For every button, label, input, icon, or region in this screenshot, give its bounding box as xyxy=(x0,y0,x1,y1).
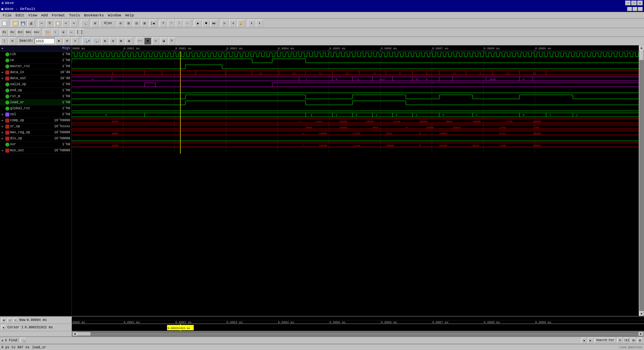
signal-row-load-sr[interactable]: load_sr 1'h0 xyxy=(0,100,71,106)
menu-bookmarks[interactable]: Bookmarks xyxy=(82,13,106,18)
waveform-area[interactable]: 0000 ms 0.0001 ms 0.0002 ms 0.0003 ms 0.… xyxy=(72,45,644,316)
vscrollbar[interactable]: ▲ ▼ xyxy=(639,45,644,316)
fmt-asc-btn[interactable]: Asc xyxy=(33,29,40,36)
waveform-signals[interactable]: 0 12... 12... 11... 11... (4... 0 3... (… xyxy=(72,51,644,154)
signal-down-btn[interactable]: ↓ xyxy=(184,20,191,27)
zoom-all-btn[interactable]: ⊠ xyxy=(125,37,133,45)
wave-export-btn[interactable]: ⬆ xyxy=(248,20,255,27)
hscroll-left-btn[interactable]: ◀ xyxy=(72,332,77,336)
signal-add-btn[interactable]: + xyxy=(160,20,167,27)
wave-close-button[interactable]: ✕ xyxy=(638,7,643,11)
zoom-region-btn[interactable]: ⊡ xyxy=(9,37,16,45)
nav-next-btn[interactable]: ▷ xyxy=(13,318,18,323)
cursor-nav-btn[interactable]: ▶ xyxy=(1,325,6,330)
signal-row-ce[interactable]: ce 1'h0 xyxy=(0,57,71,63)
search-options-btn[interactable]: ⚙ xyxy=(63,37,71,45)
menu-edit[interactable]: Edit xyxy=(13,13,26,18)
expand-sr-op[interactable]: ▶ xyxy=(0,125,5,128)
cut-btn[interactable]: ✂ xyxy=(38,20,45,27)
menu-view[interactable]: View xyxy=(26,13,39,18)
signal-row-mux-out[interactable]: ▶ mux_out 16'h0000 xyxy=(0,148,71,154)
signal-row-max-reg-op[interactable]: ▶ max_reg_op 16'h0000 xyxy=(0,130,71,136)
expand-max-reg-op[interactable]: ▶ xyxy=(0,131,5,134)
search-for-btn[interactable]: Search For xyxy=(595,338,616,343)
close-button[interactable]: ✕ xyxy=(637,1,643,5)
signal-row-clk[interactable]: clk 1'h0 xyxy=(0,51,71,57)
search-go-btn[interactable]: ▶ xyxy=(55,37,63,45)
search-opt-3[interactable]: ≫ xyxy=(631,338,636,343)
menu-add[interactable]: Add xyxy=(39,13,50,18)
sim-run-btn[interactable]: ▶ xyxy=(194,20,202,27)
copy-btn[interactable]: ⎘ xyxy=(46,20,53,27)
zoom-prev-btn[interactable]: ⊖ xyxy=(117,20,124,27)
wave-type-5-btn[interactable]: ⊓ xyxy=(168,37,175,45)
signal-up-btn[interactable]: ↑ xyxy=(176,20,183,27)
find-btn[interactable]: 🔍 xyxy=(81,20,88,27)
redo-btn[interactable]: ↷ xyxy=(70,20,77,27)
paste-btn[interactable]: 📋 xyxy=(54,20,61,27)
find-x-btn[interactable]: ✕ xyxy=(1,338,4,343)
signal-row-div-op[interactable]: ▶ div_op 16'h0000 xyxy=(0,136,71,142)
maximize-button[interactable]: □ xyxy=(631,1,637,5)
wave-type-1-btn[interactable]: ⌐¬ xyxy=(136,37,143,45)
search-clear-btn[interactable]: ✕ xyxy=(71,37,79,45)
expand-comp-op[interactable]: ▶ xyxy=(0,119,5,122)
menu-file[interactable]: File xyxy=(1,13,13,18)
wave-restore-button[interactable]: ❐ xyxy=(633,7,637,11)
style-btn[interactable]: ≋ xyxy=(60,29,67,36)
cursor1-btn[interactable]: ⊢ xyxy=(221,20,228,27)
fmt-dec-btn[interactable]: Dec xyxy=(25,29,32,36)
signal-row-valid-op[interactable]: valid_op 1'h0 xyxy=(0,81,71,88)
scroll-up-btn[interactable]: ▲ xyxy=(639,45,644,50)
expand-data-out[interactable]: ▶ xyxy=(0,77,5,80)
menu-tools[interactable]: Tools xyxy=(67,13,82,18)
fmt-oct-btn[interactable]: Oct xyxy=(17,29,24,36)
scroll-thumb-v[interactable] xyxy=(640,50,644,60)
wave-type-2-btn[interactable]: ■ xyxy=(144,37,151,45)
group-btn[interactable]: [ ] xyxy=(76,29,84,36)
wave-import-btn[interactable]: ⬇ xyxy=(256,20,263,27)
save-btn[interactable]: 💾 xyxy=(19,20,27,27)
signal-row-sel[interactable]: ▶ sel 2'h0 xyxy=(0,112,71,118)
menu-help[interactable]: Help xyxy=(123,13,136,18)
expand-collapse-all[interactable]: ▶ xyxy=(0,46,5,51)
hscroll-bar[interactable]: ◀ ▶ xyxy=(0,331,644,337)
cursor-mode-btn[interactable]: | xyxy=(1,37,8,45)
time-input-btn[interactable]: 4|us xyxy=(100,20,116,27)
zoom-fit-btn[interactable]: ⊠ xyxy=(141,20,148,27)
search-opt-1[interactable]: a xyxy=(617,338,623,343)
height-btn[interactable]: ↕ xyxy=(52,29,59,36)
signal-row-comp-op[interactable]: ▶ comp_op 16'h0000 xyxy=(0,118,71,124)
start-btn[interactable]: |◀ xyxy=(149,20,156,27)
fmt-binary-btn[interactable]: 01 xyxy=(1,29,8,36)
find-scroll-left[interactable]: ◀ xyxy=(581,338,587,343)
scroll-down-btn[interactable]: ▼ xyxy=(639,311,644,316)
signal-row-data-out[interactable]: ▶ data_out 16'd0 xyxy=(0,75,71,81)
signal-del-btn[interactable]: − xyxy=(168,20,175,27)
signal-row-master-rst[interactable]: master_rst 1'h0 xyxy=(0,63,71,69)
search-opt-4[interactable]: ⊠ xyxy=(637,338,643,343)
cursor-lock-btn[interactable]: 🔒 xyxy=(237,20,245,27)
search-opt-2[interactable]: (a) xyxy=(624,338,629,343)
new-btn[interactable]: 📄 xyxy=(1,20,8,27)
scroll-track[interactable] xyxy=(639,50,644,311)
signal-row-data-in[interactable]: ▶ data_in 16'd0 xyxy=(0,69,71,75)
expand-sel[interactable]: ▶ xyxy=(0,113,5,116)
minimize-button[interactable]: ─ xyxy=(625,1,631,5)
cursor-timeline-area[interactable]: 0.000251922 ms xyxy=(72,324,644,331)
find-scroll-right[interactable]: ▶ xyxy=(588,338,593,343)
zoom-in-2-btn[interactable]: 🔍+ xyxy=(82,37,91,45)
undo-btn[interactable]: ↶ xyxy=(62,20,69,27)
zoom-in-h-btn[interactable]: ⊕ xyxy=(101,37,109,45)
expand-mux-out[interactable]: ▶ xyxy=(0,149,5,152)
zoom-out-h-btn[interactable]: ⊖ xyxy=(109,37,117,45)
signal-row-end-op[interactable]: end_op 1'h0 xyxy=(0,88,71,94)
expand-clk[interactable] xyxy=(0,52,5,57)
menu-window[interactable]: Window xyxy=(106,13,123,18)
expand-data-in[interactable]: ▶ xyxy=(0,71,5,74)
open-btn[interactable]: 📁 xyxy=(11,20,19,27)
nav-start-btn[interactable]: ◀ xyxy=(1,318,6,323)
zoom-fit-2-btn[interactable]: ⊞ xyxy=(117,37,125,45)
signal-row-rst-m[interactable]: rst_m 1'h0 xyxy=(0,94,71,100)
wave-type-3-btn[interactable]: ▭ xyxy=(152,37,159,45)
